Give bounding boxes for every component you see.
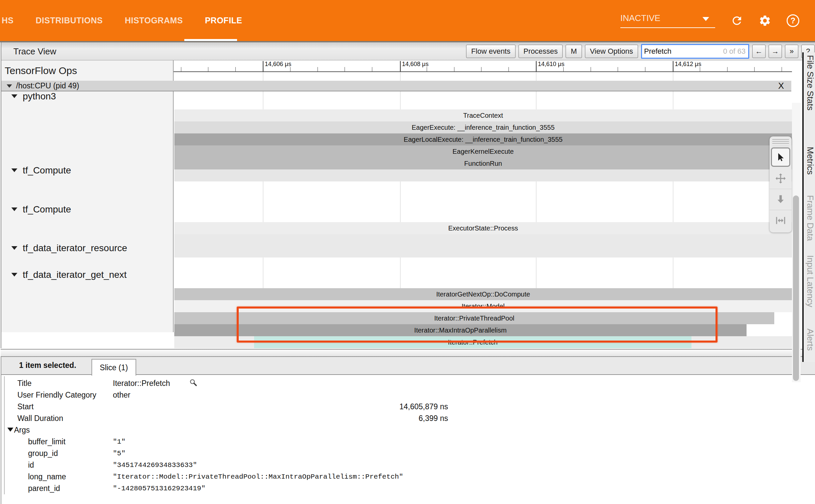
collapse-triangle-icon[interactable] <box>11 207 17 211</box>
track-name: tf_data_iterator_resource <box>23 243 127 254</box>
ruler-major-tick <box>673 61 673 71</box>
cursor-arrow-icon <box>775 151 786 163</box>
toolbar-button-view-options[interactable]: View Options <box>585 45 638 58</box>
detail-row-start: Start14,605,879 ns <box>5 401 806 413</box>
run-selector-dropdown[interactable]: INACTIVE <box>620 13 715 28</box>
time-ruler: 14,606 μs14,608 μs14,610 μs14,612 μs <box>174 60 792 72</box>
expand-panel-button[interactable]: » <box>785 45 798 58</box>
tool-palette <box>770 136 792 232</box>
help-icon[interactable]: ? <box>787 14 799 27</box>
detail-row-title: TitleIterator::Prefetch <box>5 378 806 389</box>
magnifier-icon[interactable] <box>189 378 198 388</box>
app-tab-hs[interactable]: HS <box>2 16 14 25</box>
trace-event-label: EagerExecute: __inference_train_function… <box>412 124 555 131</box>
search-result-count: 0 of 63 <box>723 47 746 56</box>
select-tool-button[interactable] <box>771 147 790 167</box>
trace-event-bar[interactable]: EagerExecute: __inference_train_function… <box>174 121 792 133</box>
ruler-minor-tick <box>563 67 564 71</box>
app-header: HSDISTRIBUTIONSHISTOGRAMSPROFILE INACTIV… <box>0 0 815 41</box>
details-table: TitleIterator::PrefetchUser Friendly Cat… <box>4 376 806 494</box>
ruler-minor-tick <box>645 67 645 71</box>
trace-event-bar[interactable]: FunctionRun <box>174 157 792 169</box>
track-name: tf_Compute <box>23 204 71 215</box>
close-process-button[interactable]: X <box>778 81 784 91</box>
sidebar-tab-metrics[interactable]: Metrics <box>805 147 815 175</box>
detail-label: Start <box>17 402 34 411</box>
sidebar-tab-alerts: Alerts <box>805 329 815 351</box>
app-tab-distributions[interactable]: DISTRIBUTIONS <box>36 16 103 25</box>
detail-value: 6,399 ns <box>113 414 448 423</box>
process-group-header[interactable]: /host:CPU (pid 49) X <box>1 81 791 91</box>
run-selector-value: INACTIVE <box>620 13 715 23</box>
trace-canvas[interactable]: 14,606 μs14,608 μs14,610 μs14,612 μs Tra… <box>174 60 792 332</box>
ruler-minor-tick <box>318 67 318 71</box>
selection-status-text: 1 item selected. <box>19 361 76 370</box>
next-result-button[interactable]: → <box>769 45 782 58</box>
toolbar-buttons: Flow eventsProcessesMView Options0 of 63… <box>466 44 815 59</box>
trace-event-bar[interactable]: IteratorGetNextOp::DoCompute <box>174 288 792 300</box>
tab-slice[interactable]: Slice (1) <box>91 359 136 376</box>
ruler-minor-tick <box>700 67 700 71</box>
sidebar-tab-file-size-stats[interactable]: File Size Stats <box>805 55 815 110</box>
trace-view-title: Trace View <box>13 46 56 57</box>
prev-result-button[interactable]: ← <box>752 45 766 58</box>
tensorboard-profile-page: { "colors": { "appbar_orange": "#F5750C"… <box>0 0 815 504</box>
vertical-scrollbar-thumb[interactable] <box>793 195 799 381</box>
toolbar-button-processes[interactable]: Processes <box>519 45 563 58</box>
collapse-triangle-icon[interactable] <box>11 94 17 98</box>
detail-label: long_name <box>28 472 66 481</box>
ruler-minor-tick <box>727 67 728 71</box>
detail-value: "1" <box>113 438 126 446</box>
ruler-tick-label: 14,610 μs <box>538 61 564 68</box>
trace-event-bar[interactable]: TraceContext <box>174 109 792 121</box>
sidebar-tab-input-latency: Input Latency <box>805 255 815 307</box>
horizontal-expand-icon <box>775 214 787 226</box>
gear-icon[interactable] <box>759 14 771 27</box>
refresh-icon[interactable] <box>731 14 743 27</box>
pan-arrows-icon <box>775 172 787 184</box>
pan-tool-button[interactable] <box>770 168 792 189</box>
trace-event-bar[interactable]: ExecutorState::Process <box>174 222 792 234</box>
collapse-triangle-icon[interactable] <box>11 273 17 277</box>
search-input[interactable] <box>642 47 720 56</box>
detail-value: "345174426934833633" <box>113 461 197 469</box>
collapse-triangle-icon[interactable] <box>11 168 17 172</box>
trace-event-label: EagerLocalExecute: __inference_train_fun… <box>404 136 563 143</box>
track-name: tf_Compute <box>23 165 71 176</box>
ruler-minor-tick <box>508 67 509 71</box>
down-arrow-icon <box>775 194 786 205</box>
search-box: 0 of 63 <box>641 44 749 59</box>
trace-event-label: IteratorGetNextOp::DoCompute <box>436 291 530 298</box>
collapse-triangle-icon[interactable] <box>11 246 17 250</box>
toolbar-button-m[interactable]: M <box>566 45 582 58</box>
ruler-major-tick <box>536 61 537 71</box>
dropdown-caret-icon <box>702 17 709 21</box>
ruler-minor-tick <box>181 67 181 71</box>
trace-event-bar[interactable]: EagerLocalExecute: __inference_train_fun… <box>174 133 792 145</box>
ruler-minor-tick <box>481 67 481 71</box>
trace-row-background <box>174 169 792 181</box>
vertical-scrollbar[interactable] <box>792 103 801 382</box>
trace-window-bottom-strip <box>1 349 815 357</box>
palette-drag-handle[interactable] <box>772 138 789 146</box>
app-tab-profile[interactable]: PROFILE <box>205 16 242 25</box>
highlight-annotation-box <box>237 307 718 343</box>
app-tab-histograms[interactable]: HISTOGRAMS <box>125 16 183 25</box>
detail-row-args: Args <box>5 424 806 436</box>
toolbar-button-flow-events[interactable]: Flow events <box>466 45 515 58</box>
ruler-minor-tick <box>618 67 618 71</box>
timing-tool-button[interactable] <box>770 210 792 231</box>
zoom-tool-button[interactable] <box>770 189 792 210</box>
detail-label: parent_id <box>28 484 60 493</box>
details-panel: 1 item selected. Slice (1) TitleIterator… <box>1 357 815 504</box>
collapse-triangle-icon[interactable] <box>7 84 12 88</box>
tensorflow-ops-title: TensorFlow Ops <box>5 65 77 76</box>
detail-value: other <box>113 391 130 400</box>
trace-event-label: FunctionRun <box>464 160 502 167</box>
ruler-minor-tick <box>235 67 236 71</box>
args-collapse-triangle-icon[interactable] <box>7 428 13 432</box>
detail-row-user-friendly-category: User Friendly Categoryother <box>5 389 806 401</box>
ruler-minor-tick <box>208 67 208 71</box>
trace-event-bar[interactable]: EagerKernelExecute <box>174 145 792 157</box>
detail-value: "5" <box>113 450 126 457</box>
